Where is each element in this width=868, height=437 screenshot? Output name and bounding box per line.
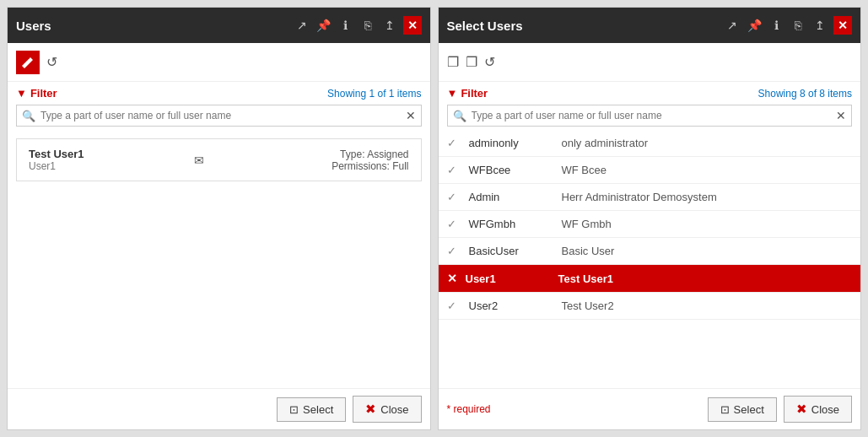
check-icon: ✓ bbox=[447, 191, 461, 203]
copy1-icon[interactable]: ❐ bbox=[447, 54, 459, 70]
users-list: Test User1 User1 ✉ Type: Assigned Permis… bbox=[8, 130, 430, 388]
user-type: Type: Assigned bbox=[340, 148, 408, 160]
select-showing-text: Showing 8 of 8 items bbox=[758, 88, 852, 100]
info-icon[interactable]: ℹ bbox=[337, 19, 354, 32]
row-username: Admin bbox=[469, 191, 553, 203]
select-users-header-icons: ↗ 📌 ℹ ⎘ ↥ ✕ bbox=[724, 16, 852, 35]
select-search-wrapper: 🔍 ✕ bbox=[447, 105, 853, 127]
user-permissions: Permissions: Full bbox=[332, 160, 408, 172]
search-clear-icon[interactable]: ✕ bbox=[406, 109, 416, 122]
users-panel: Users ↗ 📌 ℹ ⎘ ↥ ✕ ↺ ▼ Filter Showing 1 o… bbox=[7, 7, 431, 430]
select-users-footer: * required ⊡ Select ✖ Close bbox=[439, 388, 861, 429]
users-panel-header: Users ↗ 📌 ℹ ⎘ ↥ ✕ bbox=[8, 8, 430, 43]
export-icon[interactable]: ↥ bbox=[381, 19, 398, 32]
table-row[interactable]: Test User1 User1 ✉ Type: Assigned Permis… bbox=[16, 138, 422, 181]
users-filter-section: ▼ Filter Showing 1 of 1 items 🔍 ✕ bbox=[8, 82, 430, 130]
list-item[interactable]: ✓ User2 Test User2 bbox=[439, 293, 861, 320]
close-header-button[interactable]: ✕ bbox=[403, 16, 422, 35]
row-fullname: WF Bcee bbox=[562, 164, 607, 176]
users-header-icons: ↗ 📌 ℹ ⎘ ↥ ✕ bbox=[294, 16, 422, 35]
copy2-icon[interactable]: ❐ bbox=[466, 54, 477, 70]
close-label: Close bbox=[380, 403, 408, 416]
row-fullname: Test User2 bbox=[562, 299, 614, 312]
mail-icon: ✉ bbox=[194, 154, 204, 167]
copy-icon-right[interactable]: ⎘ bbox=[790, 19, 806, 32]
filter-icon-right: ▼ bbox=[447, 87, 458, 100]
row-username: BasicUser bbox=[469, 245, 553, 257]
close-button[interactable]: ✖ Close bbox=[353, 396, 421, 423]
copy-icon[interactable]: ⎘ bbox=[359, 19, 376, 32]
select-icon-right: ⊡ bbox=[720, 403, 730, 416]
row-username: User2 bbox=[469, 299, 553, 312]
list-item[interactable]: ✓ WFGmbh WF Gmbh bbox=[439, 211, 861, 238]
edit-icon bbox=[22, 57, 34, 68]
refresh-icon[interactable]: ↺ bbox=[46, 54, 57, 70]
select-users-close-button[interactable]: ✖ Close bbox=[784, 396, 852, 423]
select-label-right: Select bbox=[734, 403, 764, 416]
row-fullname: Herr Administrator Demosystem bbox=[562, 191, 717, 203]
select-users-panel-title: Select Users bbox=[447, 19, 523, 33]
select-users-filter-section: ▼ Filter Showing 8 of 8 items 🔍 ✕ bbox=[439, 82, 861, 130]
search-input[interactable] bbox=[40, 110, 401, 121]
row-username: WFBcee bbox=[469, 164, 553, 176]
select-users-panel-header: Select Users ↗ 📌 ℹ ⎘ ↥ ✕ bbox=[439, 8, 861, 43]
check-icon: ✓ bbox=[447, 137, 461, 149]
share-icon-right[interactable]: ↗ bbox=[724, 19, 741, 32]
select-icon: ⊡ bbox=[289, 403, 299, 416]
close-label-right: Close bbox=[811, 403, 839, 416]
info-icon-right[interactable]: ℹ bbox=[768, 19, 784, 32]
search-wrapper: 🔍 ✕ bbox=[16, 105, 422, 127]
select-users-list: ✓ adminonly only administrator ✓ WFBcee … bbox=[439, 130, 861, 388]
users-footer: ⊡ Select ✖ Close bbox=[8, 388, 430, 429]
showing-text: Showing 1 of 1 items bbox=[327, 88, 421, 100]
row-fullname: only administrator bbox=[562, 137, 649, 149]
list-item[interactable]: ✓ WFBcee WF Bcee bbox=[439, 157, 861, 184]
select-search-clear-icon[interactable]: ✕ bbox=[836, 109, 846, 122]
row-fullname: WF Gmbh bbox=[562, 218, 612, 230]
user-info-left: Test User1 User1 bbox=[29, 148, 84, 172]
pin-icon-right[interactable]: 📌 bbox=[746, 19, 763, 32]
select-users-panel: Select Users ↗ 📌 ℹ ⎘ ↥ ✕ ❐ ❐ ↺ ▼ Filter … bbox=[438, 7, 862, 430]
row-fullname: Basic User bbox=[562, 245, 615, 257]
check-icon: ✓ bbox=[447, 164, 461, 176]
check-icon: ✓ bbox=[447, 218, 461, 230]
select-button[interactable]: ⊡ Select bbox=[277, 397, 346, 422]
row-username-selected: User1 bbox=[466, 272, 550, 285]
select-search-input[interactable] bbox=[472, 110, 832, 121]
list-item[interactable]: ✓ BasicUser Basic User bbox=[439, 238, 861, 265]
pin-icon[interactable]: 📌 bbox=[315, 19, 332, 32]
check-icon: ✓ bbox=[447, 245, 461, 257]
required-text: * required bbox=[447, 403, 701, 415]
filter-label: ▼ Filter bbox=[16, 87, 57, 100]
export-icon-right[interactable]: ↥ bbox=[811, 19, 828, 32]
row-username: WFGmbh bbox=[469, 218, 553, 230]
list-item[interactable]: ✓ Admin Herr Administrator Demosystem bbox=[439, 184, 861, 211]
edit-icon-button[interactable] bbox=[16, 51, 40, 74]
search-icon: 🔍 bbox=[22, 110, 35, 122]
selected-x-icon: ✕ bbox=[447, 272, 457, 285]
user-name: Test User1 bbox=[29, 148, 84, 160]
select-users-select-button[interactable]: ⊡ Select bbox=[708, 397, 777, 422]
refresh-icon-right[interactable]: ↺ bbox=[484, 54, 495, 70]
list-item-selected[interactable]: ✕ User1 Test User1 bbox=[439, 265, 861, 293]
select-label: Select bbox=[303, 403, 333, 416]
filter-icon: ▼ bbox=[16, 87, 27, 100]
search-icon-right: 🔍 bbox=[453, 110, 466, 122]
user-username: User1 bbox=[29, 160, 84, 172]
row-fullname-selected: Test User1 bbox=[558, 272, 614, 285]
select-users-toolbar: ❐ ❐ ↺ bbox=[439, 43, 861, 82]
share-icon[interactable]: ↗ bbox=[294, 19, 310, 32]
close-header-button-right[interactable]: ✕ bbox=[833, 16, 852, 35]
list-item[interactable]: ✓ adminonly only administrator bbox=[439, 130, 861, 157]
users-toolbar: ↺ bbox=[8, 43, 430, 82]
check-icon: ✓ bbox=[447, 299, 461, 312]
select-filter-label: ▼ Filter bbox=[447, 87, 488, 100]
users-panel-title: Users bbox=[16, 19, 51, 33]
close-icon: ✖ bbox=[365, 402, 376, 417]
row-username: adminonly bbox=[469, 137, 553, 149]
user-info-right: Type: Assigned Permissions: Full bbox=[332, 148, 408, 172]
close-icon-right: ✖ bbox=[796, 402, 807, 417]
select-filter-row: ▼ Filter Showing 8 of 8 items bbox=[447, 87, 853, 100]
filter-row: ▼ Filter Showing 1 of 1 items bbox=[16, 87, 422, 100]
